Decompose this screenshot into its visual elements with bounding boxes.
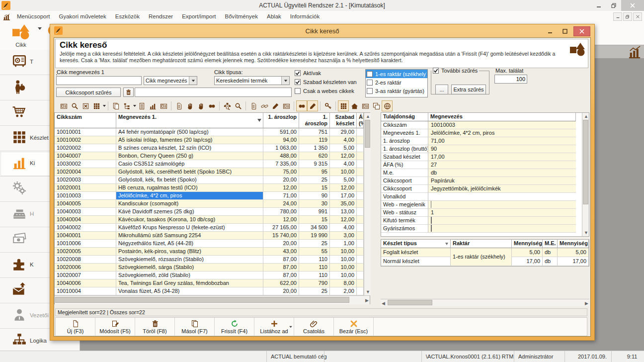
browse-button[interactable]: ... [435,85,448,94]
home-icon[interactable] [349,100,360,111]
clear-filter-icon[interactable] [80,100,91,111]
combo-arrow-icon[interactable] [189,77,197,85]
card-view-icon[interactable] [58,100,69,111]
table-row[interactable]: 10020007Szövegkiemelő, zöld (Stabilo)87,… [55,272,364,279]
mdi-close-button[interactable] [633,12,642,21]
property-row[interactable]: Megnevezés 1.Jelölőcímke, 4*2 cm, piros [381,129,576,137]
chart-icon[interactable] [147,100,158,111]
módosít-f5-button[interactable]: Módosít (F5) [95,318,135,336]
scroll-left-icon[interactable]: ◀ [382,301,385,306]
warehouse-item-0[interactable]: 1-es raktár (székhely) [366,70,427,78]
table-row[interactable]: 10040003Kávé Davidoff szemes (25 dkg)780… [55,208,364,216]
property-row[interactable]: Vonalkód [381,193,576,201]
table-vscrollbar[interactable]: ▲ ▼ [364,113,371,295]
property-column-header-1[interactable]: Megnevezés [428,113,576,121]
mdi-restore-button[interactable] [623,12,632,21]
csatolás-button[interactable]: Csatolás [294,318,334,336]
binoculars-icon[interactable] [206,100,217,111]
table-row[interactable]: 10040007Bonbon, Cherry Queen (250 g)488,… [55,152,364,160]
column-header-5[interactable]: ÁFA (%) [357,113,364,128]
table-row[interactable]: 10040006Tea, Twinings Earl Grey szálas, … [55,279,364,287]
menu-item-gyakori-m-veletek[interactable]: Gyakori műveletek [54,13,110,19]
filter-checkbox-0[interactable]: Aktívak [295,69,362,78]
name-mode-combobox[interactable]: Cikk megnevezés 1. (F11) [144,76,197,85]
dialog-minimize-button[interactable] [544,27,557,36]
table-row[interactable]: 10040001Mikrohullámú sütő Samsung 225415… [55,232,364,240]
dialog-maximize-button[interactable] [559,27,571,36]
menu-item-b-v-tm-nyek[interactable]: Bővítmények [221,13,262,19]
property-row[interactable]: ÁFA (%)27 [381,161,576,169]
max-results-input[interactable] [494,75,527,84]
menu-item-men-csoport[interactable]: Menücsoport [12,13,54,19]
mdi-minimize-button[interactable] [613,12,622,21]
card-icon[interactable] [281,100,292,111]
card-icon[interactable] [360,100,371,111]
tree-view-icon[interactable] [121,100,132,111]
table-row[interactable]: 10020005Postairón, kék-piros, vastag (Bl… [55,248,364,256]
menu-item-eszk-z-k[interactable]: Eszközök [111,13,144,19]
column-header-0[interactable]: Cikkszám [55,113,116,128]
table-row[interactable]: 10020006Szövegkiemelő, sárga (Stabilo)87… [55,264,364,272]
list-icon[interactable] [136,100,147,111]
restore-button[interactable] [606,0,621,11]
grid-view-icon[interactable] [338,100,349,111]
table-row[interactable]: 10010003Jelölőcímke, 4*2 cm, piros71,009… [55,192,364,200]
clear-group-filter-button[interactable] [123,88,134,97]
scroll-up-icon[interactable]: ▲ [366,114,370,119]
property-hscrollbar[interactable]: ◀ ▶ [381,299,589,306]
minimize-button[interactable] [591,0,606,11]
hand-icon[interactable] [195,100,206,111]
töröl-f8-button[interactable]: Töröl (F8) [135,318,175,336]
card-icon[interactable] [158,100,169,111]
table-row[interactable]: 10010002A5 iskolai írólap, famentes (20 … [55,136,364,144]
filter-checkbox-1[interactable]: Szabad készleten van [295,78,362,87]
property-row[interactable]: Szabad készlet17,00 [381,153,576,161]
table-row[interactable]: 10020002B színes ceruza készlet, 12 szín… [55,144,364,152]
table-row[interactable]: 10040002Kávéfőző Krups Nespresso U (feke… [55,224,364,232]
scroll-down-icon[interactable]: ▼ [366,289,370,294]
property-row[interactable]: CikkcsoportPapíráruk [381,177,576,185]
grid-view-icon[interactable] [91,100,102,111]
more-filter-checkbox[interactable] [433,68,439,74]
property-row[interactable]: Web - megjelenik [381,201,576,209]
menu-item-export-import[interactable]: Export/import [177,13,220,19]
pencil-icon[interactable] [270,100,281,111]
property-row[interactable]: Cikkszám10010003 [381,121,576,129]
type-combobox[interactable]: Kereskedelmi termék [214,76,290,85]
name-filter-input[interactable] [56,76,142,85]
scroll-down-icon[interactable]: ▼ [584,230,588,235]
table-row[interactable]: 10040005Kandiscukor (csomagolt)24,003035… [55,200,364,208]
dialog-close-button[interactable] [573,26,590,36]
group-filter-button[interactable]: Cikkcsoport szűrés [56,88,121,97]
property-row[interactable]: Web - státusz1 [381,209,576,217]
új-f3-button[interactable]: Új (F3) [56,318,95,336]
property-row[interactable]: 1. ároszlop (bruttó)90 [381,145,576,153]
stock-column-header-4[interactable]: Mennyiség [558,240,589,248]
property-vscrollbar[interactable]: ▲ ▼ [582,113,589,236]
frissít-f4-button[interactable]: Frissít (F4) [215,318,254,336]
column-header-3[interactable]: 1. ároszlop (bruttó) [299,113,330,128]
dialog-title-bar[interactable]: Cikk kereső [50,24,594,37]
extra-filter-button[interactable]: Extra szűrés [451,85,486,94]
table-row[interactable]: 10010006Négyzethálós füzet, A5 (44-28)20… [55,240,364,248]
stock-column-header-2[interactable]: Mennyiség [512,240,543,248]
pencil-icon[interactable] [307,100,318,111]
property-row[interactable]: 1. ároszlop71,00 [381,137,576,145]
property-row[interactable]: Gyáriszámos [381,225,576,233]
link-icon[interactable] [259,100,270,111]
doc-icon[interactable] [173,100,184,111]
listához-ad-button[interactable]: Listához ad [254,318,294,336]
table-row[interactable]: 10010001A4 fehér nyomtatópapír (500 lap/… [55,128,364,136]
table-hscrollbar[interactable]: ▶ [55,295,370,304]
table-row[interactable]: 10030002Casio CS3512 számológép7 335,009… [55,160,364,168]
menu-item-ablak[interactable]: Ablak [262,13,286,19]
column-header-4[interactable]: Szabad készlet [330,113,357,128]
cikk-toolbar-button[interactable]: Cikk [5,24,37,48]
menu-item-rendszer[interactable]: Rendszer [144,13,177,19]
key-icon[interactable] [322,100,333,111]
copy-doc-icon[interactable] [110,100,121,111]
warehouse-item-1[interactable]: 2-es raktár [366,78,427,87]
filter-checkbox-2[interactable]: Csak a webes cikkek [295,87,362,95]
dropdown-caret-icon[interactable] [103,105,106,107]
scroll-right-icon[interactable]: ▶ [365,298,369,303]
